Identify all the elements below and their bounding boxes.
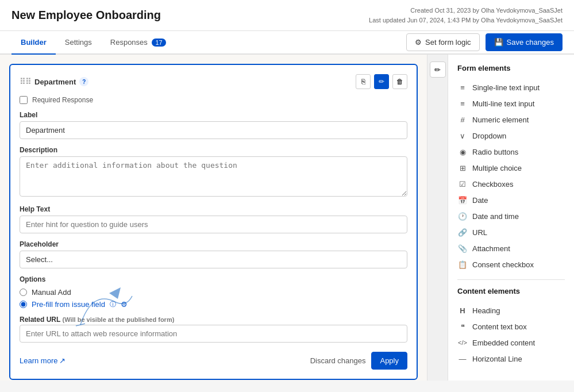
sidebar-item-radio[interactable]: ◉ Radio buttons (457, 144, 565, 160)
tab-builder[interactable]: Builder (11, 31, 56, 55)
field-info-badge[interactable]: ? (79, 77, 88, 86)
manual-add-radio[interactable] (20, 289, 27, 296)
date-time-icon: 🕐 (457, 211, 468, 221)
sidebar-item-horizontal-line[interactable]: — Horizontal Line (457, 351, 565, 367)
numeric-icon: # (457, 114, 468, 125)
tabs: Builder Settings Responses 17 (11, 31, 175, 53)
save-icon: 💾 (494, 38, 503, 47)
discard-changes-button[interactable]: Discard changes (310, 356, 366, 365)
embedded-icon: </> (457, 337, 468, 348)
learn-more-link[interactable]: Learn more ↗ (20, 356, 66, 365)
pre-fill-row: Pre-fill from issue field ⓘ ⚙ (20, 300, 407, 309)
options-section: Options Manual Add Pre-fill from issue f… (20, 275, 407, 309)
apply-button[interactable]: Apply (371, 352, 407, 370)
url-field-section: Related URL (Will be visible at the publ… (20, 316, 407, 343)
pre-fill-label: Pre-fill from issue field (32, 300, 105, 309)
dropdown-icon: ∨ (457, 130, 468, 141)
form-card-title: ⠿⠿ Department ? (20, 77, 88, 86)
manual-add-row: Manual Add (20, 288, 407, 297)
main-layout: ↓ ⠿⠿ Department ? ⎘ ✏ 🗑 Required Respons… (0, 55, 574, 381)
options-label: Options (20, 275, 407, 283)
department-form-card: ⠿⠿ Department ? ⎘ ✏ 🗑 Required Response … (9, 64, 418, 380)
app-header: New Employee Onboarding Created Oct 31, … (0, 0, 574, 31)
label-input[interactable] (20, 121, 407, 139)
sidebar-item-date-time[interactable]: 🕐 Date and time (457, 208, 565, 224)
manual-add-label: Manual Add (32, 288, 71, 297)
description-textarea[interactable] (20, 156, 407, 197)
pen-icon-bar: ✏ (427, 55, 448, 381)
sidebar-item-multi-line[interactable]: ≡ Multi-line text input (457, 95, 565, 112)
meta-created: Created Oct 31, 2023 by Olha Yevdokymova… (369, 6, 563, 16)
form-card-header: ⠿⠿ Department ? ⎘ ✏ 🗑 (20, 74, 407, 89)
single-line-icon: ≡ (457, 82, 468, 93)
help-text-input[interactable] (20, 216, 407, 233)
multiple-choice-icon: ⊞ (457, 163, 468, 173)
required-label: Required Response (32, 96, 93, 104)
copy-icon-button[interactable]: ⎘ (356, 74, 371, 89)
url-label: Related URL (Will be visible at the publ… (20, 316, 407, 324)
radio-icon: ◉ (457, 147, 468, 157)
pen-mode-button[interactable]: ✏ (430, 62, 446, 78)
save-changes-button[interactable]: 💾 Save changes (486, 33, 563, 51)
placeholder-label: Placeholder (20, 240, 407, 248)
sidebar-item-numeric[interactable]: # Numeric element (457, 112, 565, 128)
pre-fill-settings-icon[interactable]: ⚙ (121, 300, 128, 309)
app-title: New Employee Onboarding (11, 9, 161, 22)
card-footer: Learn more ↗ Discard changes Apply (20, 352, 407, 370)
header-actions: ⚙ Set form logic 💾 Save changes (406, 33, 563, 51)
pre-fill-radio[interactable] (20, 301, 27, 308)
sidebar-item-consent[interactable]: 📋 Consent checkbox (457, 256, 565, 272)
horizontal-line-icon: — (457, 353, 468, 364)
sidebar-content-elements-title: Content elements (457, 287, 565, 295)
help-text-label: Help Text (20, 205, 407, 213)
sidebar-item-attachment[interactable]: 📎 Attachment (457, 240, 565, 256)
sidebar-item-single-line[interactable]: ≡ Single-line text input (457, 79, 565, 95)
url-icon: 🔗 (457, 227, 468, 237)
sidebar-item-checkboxes[interactable]: ☑ Checkboxes (457, 176, 565, 192)
delete-icon-button[interactable]: 🗑 (392, 74, 407, 89)
sidebar-item-url[interactable]: 🔗 URL (457, 224, 565, 240)
help-text-field: Help Text (20, 205, 407, 233)
sidebar-item-multiple-choice[interactable]: ⊞ Multiple choice (457, 160, 565, 176)
canvas-area: ↓ ⠿⠿ Department ? ⎘ ✏ 🗑 Required Respons… (0, 55, 427, 381)
sidebar: Form elements ≡ Single-line text input ≡… (448, 55, 574, 381)
placeholder-input[interactable] (20, 251, 407, 268)
content-text-icon: ❝ (457, 321, 468, 332)
url-input[interactable] (20, 325, 407, 343)
header-meta: Created Oct 31, 2023 by Olha Yevdokymova… (369, 6, 563, 25)
footer-actions: Discard changes Apply (310, 352, 407, 370)
sidebar-item-embedded-content[interactable]: </> Embedded content (457, 335, 565, 351)
edit-icon-button[interactable]: ✏ (374, 74, 389, 89)
checkboxes-icon: ☑ (457, 179, 468, 189)
sidebar-item-heading[interactable]: H Heading (457, 302, 565, 318)
description-label: Description (20, 146, 407, 154)
heading-icon: H (457, 305, 468, 316)
tab-bar: Builder Settings Responses 17 ⚙ Set form… (0, 31, 574, 55)
card-actions: ⎘ ✏ 🗑 (356, 74, 407, 89)
required-checkbox[interactable] (20, 96, 28, 104)
label-field: Label (20, 111, 407, 139)
consent-icon: 📋 (457, 259, 468, 270)
meta-updated: Last updated Jun 07, 2024, 1:43 PM by Ol… (369, 16, 563, 25)
multi-line-icon: ≡ (457, 98, 468, 109)
drag-handle[interactable]: ⠿⠿ (20, 77, 31, 86)
sidebar-divider (457, 279, 565, 280)
sidebar-item-dropdown[interactable]: ∨ Dropdown (457, 128, 565, 144)
field-name-label: Department (34, 78, 76, 86)
attachment-icon: 📎 (457, 243, 468, 253)
pre-fill-info[interactable]: ⓘ (110, 300, 116, 309)
label-field-label: Label (20, 111, 407, 119)
external-link-icon: ↗ (59, 356, 66, 365)
placeholder-field: Placeholder (20, 240, 407, 268)
tab-responses[interactable]: Responses 17 (101, 31, 175, 55)
tab-settings[interactable]: Settings (56, 31, 101, 55)
date-icon: 📅 (457, 195, 468, 205)
sidebar-item-content-text-box[interactable]: ❝ Content text box (457, 318, 565, 335)
sidebar-form-elements-title: Form elements (457, 64, 565, 72)
required-row: Required Response (20, 96, 407, 104)
description-field: Description (20, 146, 407, 198)
set-form-logic-button[interactable]: ⚙ Set form logic (406, 33, 479, 51)
sidebar-item-date[interactable]: 📅 Date (457, 192, 565, 208)
responses-badge: 17 (152, 39, 165, 47)
logic-icon: ⚙ (415, 38, 422, 47)
